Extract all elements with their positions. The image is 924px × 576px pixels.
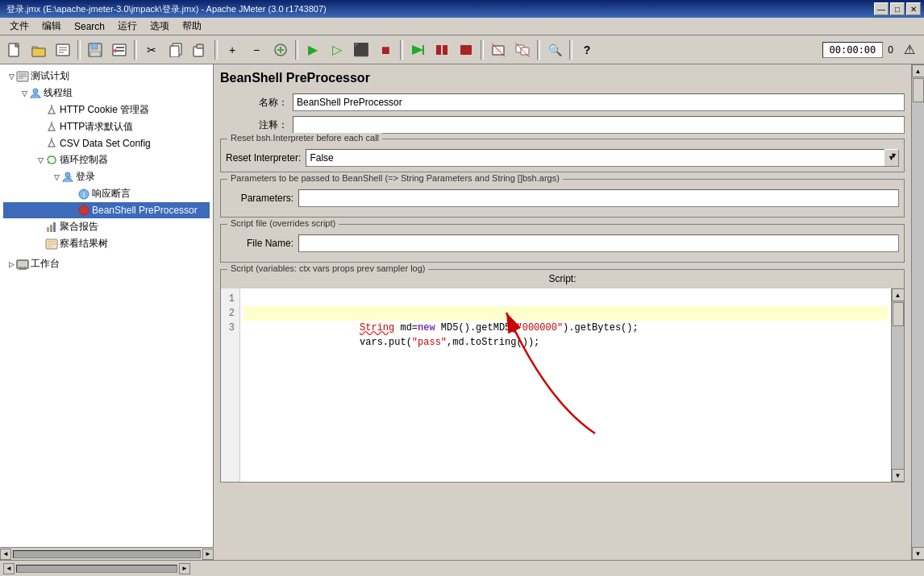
tree-item-loop[interactable]: ▽ 循环控制器 [3, 151, 210, 168]
toolbar-remote-start-btn[interactable] [406, 39, 429, 61]
group-reset: Reset bsh.Interpreter before each call R… [220, 139, 905, 172]
bottom-scroll-track[interactable] [16, 565, 177, 573]
toolbar-search-btn[interactable]: 🔍 [543, 39, 566, 61]
sb-up[interactable]: ▲ [892, 288, 905, 301]
bottom-scroll-left[interactable]: ◄ [3, 563, 15, 574]
expand-login[interactable]: ▽ [52, 172, 61, 182]
reset-value-input[interactable] [306, 149, 884, 167]
sb-thumb[interactable] [893, 302, 904, 326]
tree-item-defaults[interactable]: ▷ HTTP请求默认值 [3, 118, 210, 135]
sb-down[interactable]: ▼ [892, 469, 905, 482]
right-sb-up[interactable]: ▲ [912, 64, 925, 77]
svg-rect-29 [521, 48, 529, 55]
tree-item-workbench[interactable]: ▷ 工作台 [3, 255, 210, 272]
toolbar-revert-btn[interactable] [108, 39, 131, 61]
toolbar-start-btn[interactable]: ▶ [302, 39, 324, 61]
expand-plan[interactable]: ▽ [6, 72, 16, 81]
toolbar-cut-btn[interactable]: ✂ [140, 39, 163, 61]
tree-item-assert[interactable]: ▷ ! 响应断言 [3, 185, 210, 202]
defaults-icon [45, 121, 58, 134]
left-scroll-left[interactable]: ◄ [0, 549, 11, 560]
bottom-scroll-right[interactable]: ► [179, 563, 190, 574]
sb-track[interactable] [892, 301, 905, 469]
tree-item-csv[interactable]: ▷ CSV Data Set Config [3, 135, 210, 151]
left-scroll-track[interactable] [13, 550, 201, 558]
toolbar-paste-btn[interactable] [189, 39, 211, 61]
tree-item-threadgroup[interactable]: ▽ 线程组 [3, 85, 210, 102]
menu-file[interactable]: 文件 [3, 18, 35, 35]
toolbar-help-btn[interactable]: ? [576, 39, 598, 61]
reset-dropdown-arrow[interactable]: ▼ [884, 149, 899, 167]
tree-item-beanshell[interactable]: ▷ BeanShell PreProcessor [3, 202, 210, 218]
toolbar-toggle-btn[interactable] [269, 39, 292, 61]
toolbar-clear-all-btn[interactable] [511, 39, 534, 61]
close-button[interactable]: ✕ [906, 2, 921, 15]
toolbar-warn-btn[interactable]: ⚠ [898, 39, 921, 61]
beanshell-icon [77, 204, 90, 217]
tree-label-cookie: HTTP Cookie 管理器 [60, 103, 149, 117]
toolbar-remote-shutdown-btn[interactable] [455, 39, 477, 61]
tree-item-viewtree[interactable]: ▷ 察看结果树 [3, 235, 210, 252]
expand-workbench[interactable]: ▷ [6, 259, 16, 269]
right-sb-track[interactable] [912, 77, 925, 547]
minimize-button[interactable]: — [874, 2, 889, 15]
menu-help[interactable]: 帮助 [176, 18, 208, 35]
tree-item-cookie[interactable]: ▷ HTTP Cookie 管理器 [3, 102, 210, 118]
svg-rect-15 [170, 46, 179, 57]
toolbar-templates-btn[interactable] [52, 39, 74, 61]
svg-point-42 [79, 205, 89, 215]
tree-label-loop: 循环控制器 [60, 153, 108, 167]
tree-item-report[interactable]: ▷ 聚合报告 [3, 218, 210, 235]
svg-rect-43 [47, 227, 49, 232]
svg-rect-12 [116, 50, 124, 52]
name-input[interactable] [293, 93, 905, 111]
menu-run[interactable]: 运行 [111, 18, 144, 35]
svg-rect-53 [19, 268, 27, 270]
toolbar-collapse-btn[interactable]: − [245, 39, 268, 61]
toolbar-expand-btn[interactable]: + [221, 39, 243, 61]
expand-loop[interactable]: ▽ [35, 155, 45, 165]
csv-icon [45, 137, 58, 150]
group-file-title: Script file (overrides script) [227, 218, 339, 228]
right-sb-down[interactable]: ▼ [912, 547, 925, 560]
script-editor[interactable]: 1 2 3 import tests.MD5; [221, 288, 891, 482]
toolbar-open-btn[interactable] [27, 39, 50, 61]
expand-threadgroup[interactable]: ▽ [19, 89, 29, 98]
toolbar-stop-btn[interactable]: ⬛ [350, 39, 373, 61]
report-icon [45, 221, 58, 234]
status-bar: ◄ ► [0, 560, 924, 576]
tree-item-login[interactable]: ▽ 登录 [3, 168, 210, 185]
menu-options[interactable]: 选项 [144, 18, 176, 35]
toolbar-save-btn[interactable] [84, 39, 106, 61]
svg-rect-30 [17, 72, 28, 81]
code-line-2: String md=new MD5().getMD5("000000").get… [243, 306, 888, 321]
toolbar-new-btn[interactable] [3, 39, 26, 61]
file-input[interactable] [298, 234, 899, 252]
menu-edit[interactable]: 编辑 [35, 18, 68, 35]
script-scrollbar-v[interactable]: ▲ ▼ [891, 288, 904, 482]
toolbar-shutdown-btn[interactable]: ⏹ [374, 39, 397, 61]
code-area[interactable]: import tests.MD5; String md=new MD5().ge… [240, 288, 891, 482]
name-row: 名称： [220, 93, 905, 111]
toolbar-remote-stop-btn[interactable] [431, 39, 453, 61]
toolbar-sep1 [77, 40, 81, 60]
params-input[interactable] [298, 189, 899, 207]
maximize-button[interactable]: □ [890, 2, 905, 15]
right-sb-thumb[interactable] [913, 78, 924, 102]
tree-item-plan[interactable]: ▽ 测试计划 [3, 68, 210, 85]
toolbar-start-nopause-btn[interactable]: ▷ [326, 39, 348, 61]
menu-search[interactable]: Search [68, 19, 111, 34]
login-icon [61, 171, 74, 184]
panel-title: BeanShell PreProcessor [220, 71, 905, 85]
window-controls: — □ ✕ [874, 2, 921, 15]
toolbar-clear-btn[interactable] [487, 39, 510, 61]
file-row: File Name: [226, 234, 899, 252]
line-numbers: 1 2 3 [221, 288, 240, 482]
toolbar-sep4 [295, 40, 298, 60]
svg-rect-21 [436, 45, 441, 55]
toolbar-copy-btn[interactable] [164, 39, 187, 61]
right-panel-scrollbar-v[interactable]: ▲ ▼ [911, 64, 924, 560]
left-scroll-right[interactable]: ► [202, 549, 214, 560]
name-label: 名称： [220, 96, 293, 110]
comment-input[interactable] [293, 116, 905, 134]
